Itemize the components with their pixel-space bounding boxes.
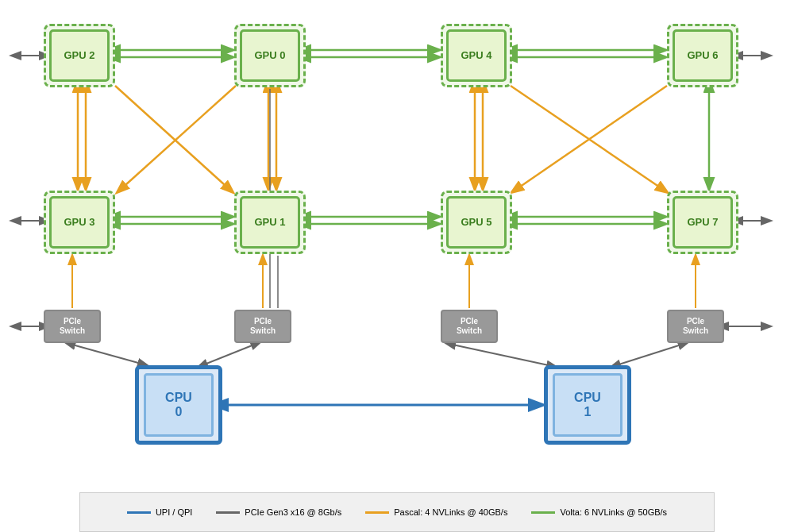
legend-pcie: PCIe Gen3 x16 @ 8Gb/s (216, 507, 341, 517)
legend: UPI / QPI PCIe Gen3 x16 @ 8Gb/s Pascal: … (79, 492, 715, 532)
gpu-6-box: GPU 6 (667, 24, 738, 87)
pcie-switch-2: PCIeSwitch (441, 310, 498, 343)
gpu-5-box: GPU 5 (441, 191, 512, 254)
legend-upi: UPI / QPI (127, 507, 192, 517)
legend-upi-line (127, 511, 151, 514)
svg-line-21 (511, 86, 667, 192)
gpu-5-label: GPU 5 (461, 217, 491, 228)
svg-line-35 (453, 345, 556, 367)
svg-line-22 (512, 86, 667, 192)
svg-line-33 (72, 345, 147, 365)
svg-line-36 (611, 345, 681, 367)
legend-volta-line (531, 511, 555, 514)
pcie-switch-3-label: PCIeSwitch (683, 317, 708, 336)
gpu-1-label: GPU 1 (254, 217, 285, 228)
gpu-3-label: GPU 3 (64, 217, 94, 228)
pcie-switch-0: PCIeSwitch (44, 310, 101, 343)
legend-volta-label: Volta: 6 NVLinks @ 50GB/s (560, 507, 667, 517)
cpu-1-box: CPU1 (544, 365, 631, 445)
pcie-switch-1: PCIeSwitch (234, 310, 291, 343)
legend-pascal: Pascal: 4 NVLinks @ 40GB/s (365, 507, 507, 517)
pcie-switch-3: PCIeSwitch (667, 310, 724, 343)
svg-line-20 (118, 86, 236, 192)
gpu-0-label: GPU 0 (254, 50, 285, 61)
gpu-1-box: GPU 1 (234, 191, 306, 254)
legend-pascal-label: Pascal: 4 NVLinks @ 40GB/s (394, 507, 507, 517)
gpu-2-box: GPU 2 (44, 24, 115, 87)
cpu-0-box: CPU0 (135, 365, 222, 445)
gpu-2-label: GPU 2 (64, 50, 94, 61)
gpu-6-label: GPU 6 (687, 50, 718, 61)
gpu-7-box: GPU 7 (667, 191, 738, 254)
legend-upi-label: UPI / QPI (156, 507, 192, 517)
svg-line-34 (198, 345, 254, 367)
gpu-3-box: GPU 3 (44, 191, 115, 254)
gpu-7-label: GPU 7 (687, 217, 718, 228)
cpu-1-label: CPU1 (574, 391, 601, 418)
gpu-4-box: GPU 4 (441, 24, 512, 87)
legend-volta: Volta: 6 NVLinks @ 50GB/s (531, 507, 667, 517)
legend-pcie-label: PCIe Gen3 x16 @ 8Gb/s (245, 507, 341, 517)
legend-pcie-line (216, 511, 240, 514)
legend-pascal-line (365, 511, 389, 514)
cpu-0-label: CPU0 (165, 391, 192, 418)
gpu-0-box: GPU 0 (234, 24, 306, 87)
pcie-switch-2-label: PCIeSwitch (457, 317, 482, 336)
pcie-switch-1-label: PCIeSwitch (250, 317, 276, 336)
gpu-4-label: GPU 4 (461, 50, 491, 61)
pcie-switch-0-label: PCIeSwitch (60, 317, 85, 336)
svg-line-19 (115, 86, 233, 192)
